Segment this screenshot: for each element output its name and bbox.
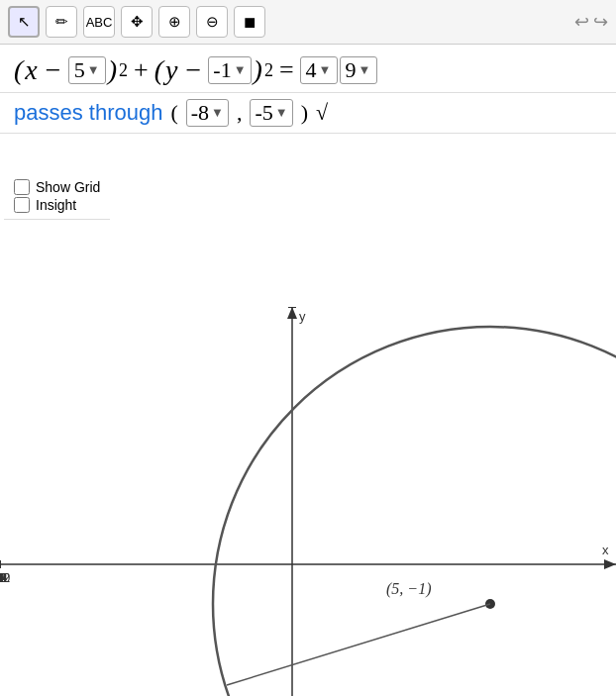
- px-dropdown-arrow: ▼: [211, 105, 224, 121]
- equation-area: ( x − 5 ▼ ) 2 + ( y − -1 ▼ ) 2 = 4 ▼ 9 ▼: [0, 45, 616, 93]
- eq-y: y: [165, 54, 177, 86]
- r-dropdown[interactable]: 9 ▼: [340, 56, 377, 84]
- comma: ,: [237, 100, 243, 126]
- eq-plus: +: [134, 55, 149, 85]
- open-paren3: (: [170, 100, 177, 126]
- eq-open-paren: (: [14, 54, 23, 86]
- close-paren3: ): [301, 100, 308, 126]
- k-dropdown-arrow: ▼: [234, 62, 247, 78]
- show-grid-checkbox[interactable]: [14, 179, 30, 195]
- y-axis-arrow: [287, 307, 297, 319]
- y-axis-label: y: [299, 309, 306, 324]
- text-tool[interactable]: ABC: [83, 6, 115, 38]
- redo-button[interactable]: ↪: [593, 11, 608, 33]
- select-tool[interactable]: ↖: [8, 6, 40, 38]
- eq-close-paren1: ): [108, 54, 117, 86]
- passes-through-row: passes through ( -8 ▼ , -5 ▼ ) √: [0, 93, 616, 134]
- r-dropdown-arrow: ▼: [359, 62, 371, 78]
- eq-equals: =: [279, 55, 294, 85]
- r2-dropdown-arrow: ▼: [319, 62, 332, 78]
- x-axis-label: x: [602, 543, 609, 557]
- pencil-tool[interactable]: ✏: [46, 6, 77, 38]
- undo-button[interactable]: ↩: [574, 11, 589, 33]
- insight-row: Insight: [14, 197, 100, 213]
- show-grid-row: Show Grid: [14, 179, 100, 195]
- center-label: (5, −1): [386, 580, 431, 598]
- py-value: -5: [255, 100, 272, 126]
- eq-minus1: −: [44, 54, 62, 86]
- x-axis-arrow: [604, 559, 616, 569]
- eq-open-paren2: (: [154, 54, 163, 86]
- eq-sup1: 2: [119, 60, 128, 81]
- px-value: -8: [191, 100, 209, 126]
- r2-value: 4: [306, 57, 317, 83]
- h-dropdown-arrow: ▼: [87, 62, 100, 78]
- checkmark: √: [316, 100, 328, 126]
- r2-dropdown[interactable]: 4 ▼: [300, 56, 338, 84]
- checkboxes-area: Show Grid Insight: [4, 173, 110, 220]
- eq-x: x: [25, 54, 37, 86]
- insight-label: Insight: [36, 197, 76, 213]
- eq-close-paren2: ): [254, 54, 262, 86]
- svg-text:−10: −10: [265, 307, 286, 310]
- move-tool[interactable]: ✥: [121, 6, 153, 38]
- undo-redo-group: ↩ ↪: [574, 11, 608, 33]
- passes-through-label: passes through: [14, 100, 162, 126]
- k-dropdown[interactable]: -1 ▼: [208, 56, 251, 84]
- eq-minus2: −: [183, 54, 202, 86]
- k-value: -1: [213, 57, 231, 83]
- graph-svg: x y −12 −10 −8 −6 −4 −2 2 4 6 8: [0, 307, 616, 696]
- px-dropdown[interactable]: -8 ▼: [186, 99, 229, 127]
- circle: [213, 327, 616, 696]
- show-grid-label: Show Grid: [36, 179, 100, 195]
- zoom-in-tool[interactable]: ⊕: [158, 6, 190, 38]
- py-dropdown-arrow: ▼: [275, 105, 288, 121]
- zoom-out-tool[interactable]: ⊖: [196, 6, 228, 38]
- eq-sup2: 2: [264, 60, 273, 81]
- toolbar: ↖ ✏ ABC ✥ ⊕ ⊖ ◼ ↩ ↪: [0, 0, 616, 45]
- eraser-tool[interactable]: ◼: [234, 6, 265, 38]
- py-dropdown[interactable]: -5 ▼: [250, 99, 292, 127]
- h-dropdown[interactable]: 5 ▼: [68, 56, 106, 84]
- svg-text:12: 12: [0, 571, 7, 585]
- r-value: 9: [346, 57, 357, 83]
- radius-line: [227, 604, 490, 685]
- insight-checkbox[interactable]: [14, 197, 30, 213]
- h-value: 5: [74, 57, 85, 83]
